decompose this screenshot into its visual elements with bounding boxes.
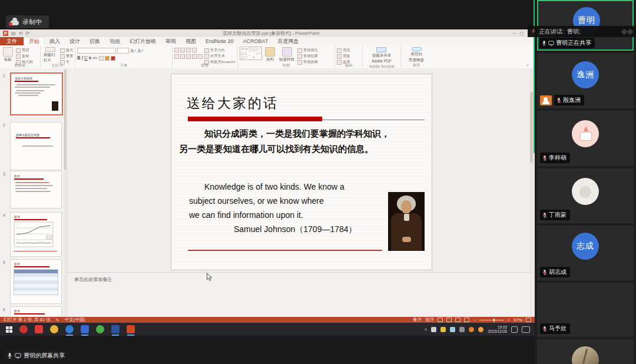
normal-view-icon[interactable]: [438, 317, 443, 322]
tab-acrobat[interactable]: ACROBAT: [238, 37, 273, 45]
action-center-icon[interactable]: [522, 326, 530, 333]
slide-thumbnail-5[interactable]: 思考: [10, 259, 62, 304]
participant-tile-dingyumeng[interactable]: 丁雨蒙: [537, 168, 634, 223]
tray-mic-icon[interactable]: [431, 327, 436, 332]
zoom-level[interactable]: 97%: [514, 317, 522, 323]
pen-icon[interactable]: ✎: [56, 317, 59, 323]
tab-baidu-netdisk[interactable]: 百度网盘: [273, 37, 303, 45]
align-left-icon[interactable]: [174, 54, 179, 59]
tray-app2-icon[interactable]: [450, 327, 455, 332]
zoom-slider[interactable]: [479, 320, 504, 320]
slide-thumbnail-3[interactable]: 思考: [10, 171, 62, 209]
italic-button[interactable]: I: [81, 55, 83, 61]
underline-button[interactable]: U: [84, 55, 88, 61]
canvas-scrollbar[interactable]: [529, 68, 534, 272]
slide-thumbnail-6[interactable]: 思考: [10, 306, 62, 317]
tab-insert[interactable]: 插入: [45, 37, 65, 45]
zoom-in-icon[interactable]: +: [508, 317, 510, 323]
font-name-box[interactable]: [77, 48, 116, 54]
slide-thumbnail-2[interactable]: 选择文献信息资源: [10, 122, 62, 170]
find-button[interactable]: 查找: [337, 48, 350, 53]
copy-button[interactable]: 复制: [16, 54, 33, 59]
save-icon[interactable]: ▤: [11, 31, 16, 36]
participant-tile-partial[interactable]: [537, 339, 634, 364]
clear-format-button[interactable]: abc: [92, 55, 97, 61]
app-red-icon[interactable]: [35, 325, 43, 333]
reading-view-icon[interactable]: [455, 317, 461, 322]
numbering-icon[interactable]: [180, 48, 185, 52]
app-green-icon[interactable]: [96, 325, 104, 333]
tab-slideshow[interactable]: 幻灯片放映: [125, 37, 161, 45]
slide-sorter-icon[interactable]: [446, 317, 452, 322]
strikethrough-button[interactable]: S: [89, 55, 91, 61]
comments-toggle[interactable]: 批注: [425, 317, 434, 323]
fit-to-window-icon[interactable]: [526, 317, 531, 322]
grow-font-icon[interactable]: A˄: [130, 48, 136, 54]
powerpoint-icon[interactable]: [127, 325, 135, 333]
cut-button[interactable]: 剪切: [16, 48, 33, 53]
thumbnail-scrollbar[interactable]: [64, 68, 67, 317]
quick-styles-button[interactable]: 快速样式: [278, 47, 296, 64]
word-icon[interactable]: [111, 325, 120, 333]
layout-button[interactable]: 版式: [60, 48, 73, 53]
current-slide[interactable]: 送给大家的话 知识分成两类，一类是我们要掌握的学科知识， 另一类是要知道在哪儿可…: [171, 74, 432, 270]
align-text-button[interactable]: 对齐文本: [204, 54, 236, 59]
highlight-color-icon[interactable]: [105, 56, 110, 61]
tab-home[interactable]: 开始: [24, 37, 45, 45]
tab-review[interactable]: 审阅: [161, 37, 181, 45]
paste-button[interactable]: 粘贴: [2, 47, 14, 64]
shape-outline-button[interactable]: 形状轮廓: [297, 54, 318, 59]
quick-access-toolbar[interactable]: P ▤ ⟲ ⟳: [3, 31, 29, 36]
tab-file[interactable]: 文件: [0, 37, 24, 45]
screen-share-pill[interactable]: 曹明的屏幕共享: [4, 350, 70, 361]
font-color-icon[interactable]: [111, 56, 115, 61]
shape-fill-button[interactable]: 形状填充: [297, 48, 318, 53]
replace-button[interactable]: 替换: [337, 54, 350, 59]
collapse-ribbon-icon[interactable]: ˄: [526, 63, 529, 67]
app-blue-icon[interactable]: [81, 325, 89, 333]
participant-tile-liziming[interactable]: 李梓萌: [537, 111, 634, 166]
slide-thumbnail-4[interactable]: 思考: [10, 212, 62, 257]
participant-tile-huzhicheng[interactable]: 志成 胡志成: [537, 226, 634, 280]
align-right-icon[interactable]: [186, 54, 191, 59]
save-to-netdisk-button[interactable]: 保存到 百度网盘: [408, 47, 425, 64]
zoom-out-icon[interactable]: −: [473, 317, 475, 323]
columns-icon[interactable]: [198, 54, 203, 59]
status-language[interactable]: 中文(中国): [65, 317, 85, 323]
tray-app4-icon[interactable]: [469, 327, 474, 332]
shrink-font-icon[interactable]: A˅: [137, 48, 143, 54]
indent-decrease-icon[interactable]: [186, 48, 191, 52]
tab-transitions[interactable]: 切换: [85, 37, 105, 45]
justify-icon[interactable]: [192, 54, 197, 59]
notes-pane[interactable]: 单击此处添加备注: [67, 273, 530, 317]
browser-360-icon[interactable]: [19, 325, 28, 333]
arrange-button[interactable]: 排列: [264, 47, 276, 64]
text-direction-button[interactable]: 文字方向: [204, 48, 236, 53]
redo-icon[interactable]: ⟳: [25, 31, 29, 36]
wechat-icon[interactable]: [65, 325, 74, 333]
participant-tile-yinyizhou[interactable]: 逸洲 殷逸洲: [537, 53, 634, 108]
tab-view[interactable]: 视图: [181, 37, 201, 45]
reset-button[interactable]: 重置: [60, 54, 73, 59]
create-pdf-button[interactable]: 创建并共享 Adobe PDF: [370, 47, 393, 64]
taskbar-clock[interactable]: 19:03 2023/12/28: [488, 325, 507, 334]
undo-icon[interactable]: ⟲: [19, 31, 23, 36]
recording-badge[interactable]: 录制中: [6, 15, 49, 28]
minimize-icon[interactable]: ─: [513, 31, 516, 36]
bold-button[interactable]: B: [77, 55, 80, 61]
slide-thumbnail-1[interactable]: 送给大家的话: [10, 72, 63, 115]
char-spacing-icon[interactable]: [99, 56, 104, 61]
bullets-icon[interactable]: [174, 48, 179, 52]
start-button[interactable]: [6, 326, 12, 333]
maximize-icon[interactable]: ▢: [520, 31, 524, 36]
new-slide-button[interactable]: 新建幻灯片: [42, 47, 58, 64]
shape-gallery[interactable]: ▭▭╲╲◻○◻△⌒⌒◇○◻☆⌒∿（）: [240, 47, 262, 60]
align-center-icon[interactable]: [180, 54, 185, 59]
app-yellow-icon[interactable]: [50, 325, 58, 333]
tray-360-icon[interactable]: [478, 327, 483, 332]
tab-animations[interactable]: 动画: [105, 37, 125, 45]
tray-app3-icon[interactable]: [459, 327, 465, 332]
tray-caret-icon[interactable]: ˄: [425, 327, 428, 332]
input-method-icon[interactable]: [511, 326, 518, 333]
slideshow-icon[interactable]: [464, 317, 469, 322]
